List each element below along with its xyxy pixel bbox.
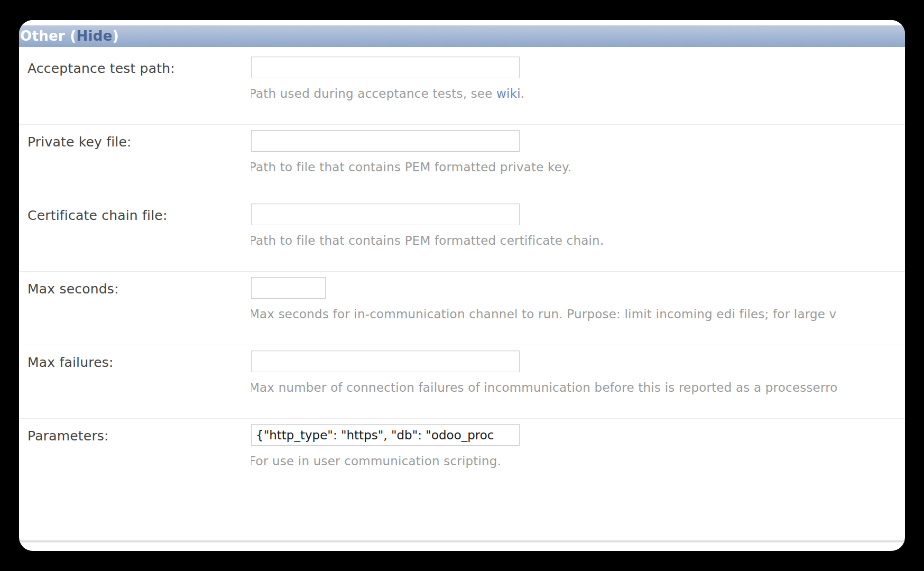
certificate-chain-file-help: Path to file that contains PEM formatted…: [251, 234, 905, 247]
max-seconds-help: Max seconds for in-communication channel…: [251, 307, 905, 321]
form-row-max-failures: Max failures: Max number of connection f…: [19, 345, 905, 418]
max-failures-input[interactable]: [251, 351, 520, 372]
acceptance-test-path-label: Acceptance test path:: [27, 57, 251, 124]
max-seconds-field: Max seconds for in-communication channel…: [251, 277, 905, 345]
section-header: Other (Hide): [19, 25, 905, 47]
max-failures-help: Max number of connection failures of inc…: [251, 381, 905, 394]
private-key-file-help: Path to file that contains PEM formatted…: [251, 160, 905, 174]
bottom-divider: [19, 540, 905, 542]
max-seconds-label: Max seconds:: [27, 277, 251, 345]
form-row-parameters: Parameters: For use in user communicatio…: [19, 418, 905, 492]
max-seconds-input[interactable]: [251, 277, 326, 299]
help-text-prefix: Path used during acceptance tests, see: [251, 87, 496, 100]
help-text-suffix: .: [521, 87, 525, 100]
max-failures-label: Max failures:: [27, 351, 251, 418]
private-key-file-field: Path to file that contains PEM formatted…: [251, 130, 905, 198]
acceptance-test-path-field: Path used during acceptance tests, see w…: [251, 57, 905, 124]
header-gap: [19, 47, 905, 51]
certificate-chain-file-field: Path to file that contains PEM formatted…: [251, 204, 905, 271]
acceptance-test-path-input[interactable]: [251, 57, 520, 78]
certificate-chain-file-input[interactable]: [251, 204, 520, 225]
certificate-chain-file-label: Certificate chain file:: [27, 204, 251, 271]
parameters-help: For use in user communication scripting.: [251, 454, 905, 468]
wiki-link[interactable]: wiki: [496, 87, 521, 100]
private-key-file-input[interactable]: [251, 130, 520, 152]
parameters-input[interactable]: [251, 424, 520, 446]
form-row-private-key-file: Private key file: Path to file that cont…: [19, 124, 905, 198]
form-row-certificate-chain-file: Certificate chain file: Path to file tha…: [19, 198, 905, 271]
max-failures-field: Max number of connection failures of inc…: [251, 351, 905, 418]
parameters-field: For use in user communication scripting.: [251, 424, 905, 492]
section-title-suffix: ): [113, 28, 119, 44]
section-title-prefix: Other (: [20, 28, 77, 44]
form-row-acceptance-test-path: Acceptance test path: Path used during a…: [19, 51, 905, 124]
parameters-label: Parameters:: [27, 424, 251, 492]
form-row-max-seconds: Max seconds: Max seconds for in-communic…: [19, 271, 905, 345]
hide-toggle-link[interactable]: Hide: [77, 28, 113, 44]
panel-top-strip: [19, 20, 905, 25]
private-key-file-label: Private key file:: [27, 130, 251, 198]
other-settings-panel: Other (Hide) Acceptance test path: Path …: [19, 20, 905, 551]
acceptance-test-path-help: Path used during acceptance tests, see w…: [251, 87, 905, 100]
